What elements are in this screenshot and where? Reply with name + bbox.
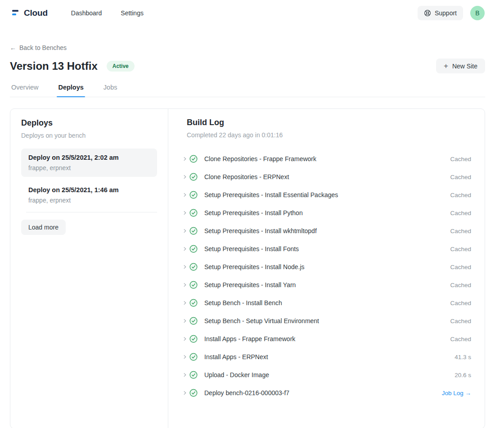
build-step-status: Cached <box>450 192 471 198</box>
support-label: Support <box>435 9 457 17</box>
build-step-row: Setup Prerequisites - Install Yarn Cache… <box>182 276 471 294</box>
deploy-list-item[interactable]: Deploy on 25/5/2021, 1:46 am frappe, erp… <box>21 181 157 209</box>
build-step-label: Setup Bench - Install Bench <box>204 299 450 306</box>
chevron-right-icon[interactable] <box>182 318 188 324</box>
title-row: Version 13 Hotfix Active + New Site <box>10 59 485 73</box>
build-step-status: Cached <box>450 246 471 252</box>
success-check-icon <box>189 191 198 199</box>
nav-link-settings[interactable]: Settings <box>121 9 144 17</box>
build-step-status: Job Log → <box>442 390 471 396</box>
status-badge: Active <box>107 61 135 72</box>
build-step-row: Setup Bench - Install Bench Cached <box>182 294 471 312</box>
tab-jobs[interactable]: Jobs <box>102 84 119 97</box>
back-to-benches-link[interactable]: ← Back to Benches <box>10 44 67 51</box>
frappe-cloud-logo[interactable]: Cloud <box>11 8 48 18</box>
build-step-status: Cached <box>450 282 471 288</box>
build-step-label: Clone Repositories - Frappe Framework <box>204 155 450 162</box>
build-step-label: Deploy bench-0216-000003-f7 <box>204 389 442 396</box>
build-step-status: Cached <box>450 300 471 306</box>
success-check-icon <box>189 299 198 307</box>
chevron-right-icon[interactable] <box>182 282 188 288</box>
success-check-icon <box>189 335 198 343</box>
build-step-row: Clone Repositories - ERPNext Cached <box>182 168 471 186</box>
build-step-label: Setup Prerequisites - Install Fonts <box>204 245 450 252</box>
build-step-row: Upload - Docker Image 20.6 s <box>182 366 471 384</box>
build-step-row: Setup Bench - Setup Virtual Environment … <box>182 312 471 330</box>
success-check-icon <box>189 209 198 217</box>
frappe-logo-icon <box>11 8 21 18</box>
success-check-icon <box>189 173 198 181</box>
chevron-right-icon[interactable] <box>182 372 188 378</box>
build-step-label: Setup Prerequisites - Install Essential … <box>204 191 450 198</box>
primary-nav: Dashboard Settings <box>71 9 144 17</box>
build-step-label: Clone Repositories - ERPNext <box>204 173 450 180</box>
chevron-right-icon[interactable] <box>182 354 188 360</box>
nav-link-dashboard[interactable]: Dashboard <box>71 9 102 17</box>
build-step-label: Setup Bench - Setup Virtual Environment <box>204 317 450 324</box>
new-site-button[interactable]: + New Site <box>436 59 485 73</box>
user-avatar[interactable]: B <box>470 6 485 20</box>
tab-overview[interactable]: Overview <box>10 84 40 97</box>
build-log-status-line: Completed 22 days ago in 0:01:16 <box>187 131 471 139</box>
back-link-label: Back to Benches <box>19 44 67 51</box>
chevron-right-icon[interactable] <box>182 390 188 396</box>
success-check-icon <box>189 317 198 325</box>
chevron-right-icon[interactable] <box>182 174 188 180</box>
back-arrow-icon: ← <box>10 44 16 51</box>
build-step-label: Setup Prerequisites - Install wkhtmltopd… <box>204 227 450 234</box>
build-step-row: Setup Prerequisites - Install Essential … <box>182 186 471 204</box>
build-step-label: Install Apps - ERPNext <box>204 353 454 360</box>
build-step-row: Setup Prerequisites - Install Fonts Cach… <box>182 240 471 258</box>
build-step-row: Install Apps - ERPNext 41.3 s <box>182 348 471 366</box>
lifebuoy-icon <box>424 9 431 17</box>
build-step-status: Cached <box>450 318 471 324</box>
build-step-row: Clone Repositories - Frappe Framework Ca… <box>182 150 471 168</box>
success-check-icon <box>189 281 198 289</box>
deploy-item-title: Deploy on 25/5/2021, 2:02 am <box>28 154 150 161</box>
chevron-right-icon[interactable] <box>182 192 188 198</box>
plus-icon: + <box>444 62 448 70</box>
chevron-right-icon[interactable] <box>182 156 188 162</box>
deploy-item-title: Deploy on 25/5/2021, 1:46 am <box>28 186 150 194</box>
list-divider <box>26 212 157 212</box>
build-step-status: 41.3 s <box>454 354 471 360</box>
deploy-item-apps: frappe, erpnext <box>28 164 150 171</box>
build-step-status: Cached <box>450 228 471 234</box>
deploys-card: Deploys Deploys on your bench Deploy on … <box>10 108 485 428</box>
chevron-right-icon[interactable] <box>182 300 188 306</box>
top-nav: Cloud Dashboard Settings Support B <box>0 0 504 26</box>
tab-bar: Overview Deploys Jobs <box>10 84 485 97</box>
chevron-right-icon[interactable] <box>182 228 188 234</box>
build-step-status: Cached <box>450 174 471 180</box>
tab-deploys[interactable]: Deploys <box>57 84 85 97</box>
success-check-icon <box>189 227 198 235</box>
deploy-list: Deploy on 25/5/2021, 2:02 am frappe, erp… <box>21 149 157 209</box>
build-step-label: Setup Prerequisites - Install Python <box>204 209 450 216</box>
build-step-label: Setup Prerequisites - Install Node.js <box>204 263 450 270</box>
build-step-label: Setup Prerequisites - Install Yarn <box>204 281 450 288</box>
build-log-panel: Build Log Completed 22 days ago in 0:01:… <box>168 109 485 428</box>
build-step-status: Cached <box>450 264 471 270</box>
page-title: Version 13 Hotfix <box>10 60 98 72</box>
deploys-panel-title: Deploys <box>21 118 157 128</box>
chevron-right-icon[interactable] <box>182 264 188 270</box>
success-check-icon <box>189 155 198 163</box>
load-more-button[interactable]: Load more <box>21 220 66 235</box>
new-site-label: New Site <box>452 63 477 70</box>
deploy-list-item[interactable]: Deploy on 25/5/2021, 2:02 am frappe, erp… <box>21 149 157 177</box>
chevron-right-icon[interactable] <box>182 336 188 342</box>
chevron-right-icon[interactable] <box>182 246 188 252</box>
build-step-row: Install Apps - Frappe Framework Cached <box>182 330 471 348</box>
deploy-item-apps: frappe, erpnext <box>28 197 150 204</box>
page-content: ← Back to Benches Version 13 Hotfix Acti… <box>10 26 485 428</box>
deploys-panel: Deploys Deploys on your bench Deploy on … <box>10 109 168 428</box>
chevron-right-icon[interactable] <box>182 210 188 216</box>
build-step-row: Setup Prerequisites - Install Node.js Ca… <box>182 258 471 276</box>
build-step-status: Cached <box>450 336 471 342</box>
success-check-icon <box>189 353 198 361</box>
build-step-row: Setup Prerequisites - Install wkhtmltopd… <box>182 222 471 240</box>
build-step-row: Setup Prerequisites - Install Python Cac… <box>182 204 471 222</box>
build-step-label: Upload - Docker Image <box>204 371 454 378</box>
success-check-icon <box>189 389 198 397</box>
support-button[interactable]: Support <box>418 6 463 20</box>
